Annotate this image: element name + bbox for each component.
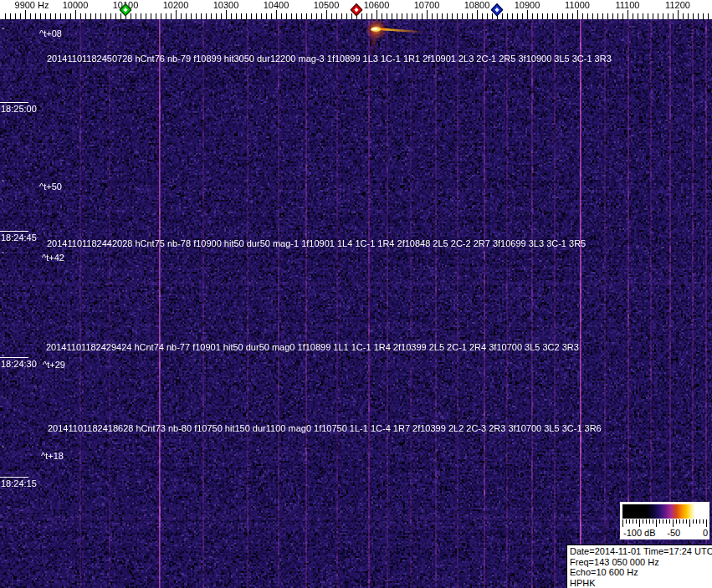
- ruler-tick: [663, 13, 663, 19]
- ruler-tick: [612, 13, 613, 19]
- ruler-tick: [452, 13, 453, 19]
- ruler-tick: [688, 13, 689, 19]
- time-axis-tick: [0, 477, 28, 478]
- ruler-tick: [115, 13, 116, 19]
- ruler-tick: [658, 13, 658, 19]
- ruler-tick: [432, 13, 433, 19]
- colorbar-tick: [622, 519, 623, 527]
- time-axis-tick: [0, 102, 28, 103]
- colorbar-tick: [703, 519, 704, 524]
- frequency-scale-label: 11100: [616, 0, 640, 10]
- ruler-tick: [653, 13, 653, 19]
- time-label: 18:24:15: [1, 479, 37, 488]
- ruler-tick: [70, 13, 71, 19]
- ruler-tick: [176, 10, 177, 19]
- ruler-tick: [668, 13, 668, 19]
- status-info-box: Date=2014-11-01 Time=17:24 UTC Freq=143 …: [566, 545, 712, 588]
- ruler-tick: [251, 13, 252, 19]
- ruler-tick: [196, 13, 197, 19]
- colorbar-tick: [689, 519, 690, 527]
- detection-info-line: 20141101182429424 hCnt74 nb-77 f10901 hi…: [46, 343, 579, 352]
- edge-tick: `: [2, 445, 5, 455]
- ruler-tick: [5, 13, 6, 19]
- frequency-scale-label: 10600: [364, 0, 390, 10]
- ruler-tick: [683, 13, 684, 19]
- ruler-tick: [296, 13, 297, 19]
- ruler-tick: [387, 13, 387, 19]
- ruler-tick: [627, 10, 628, 19]
- ruler-tick: [161, 13, 161, 19]
- ruler-tick: [547, 13, 548, 19]
- ruler-tick: [402, 13, 402, 19]
- colorbar-tick: [659, 519, 660, 524]
- ruler-tick: [708, 13, 709, 19]
- edge-tick: `: [2, 251, 5, 261]
- frequency-scale-label: 10900: [515, 0, 540, 10]
- ruler-tick: [186, 13, 187, 19]
- colorbar-tick: [669, 519, 670, 524]
- ruler-tick: [592, 13, 593, 19]
- ruler-tick: [392, 13, 392, 19]
- info-freq-line: Freq=143 050 000 Hz: [570, 557, 712, 568]
- marker-diamond-blue-icon[interactable]: [491, 3, 504, 20]
- frequency-ruler[interactable]: 9900 Hz100001010010200103001040010500106…: [0, 0, 712, 19]
- event-time-offset-label: ^t+50: [39, 182, 62, 192]
- colorbar-tick: [679, 519, 680, 524]
- ruler-tick: [336, 13, 337, 19]
- intensity-colorbar: -100 dB -50 0: [620, 502, 709, 539]
- ruler-tick: [643, 13, 643, 19]
- event-time-offset-label: ^t+08: [39, 29, 62, 38]
- ruler-tick: [552, 13, 553, 19]
- ruler-tick: [110, 13, 111, 19]
- time-label: 18:25:00: [1, 105, 37, 114]
- colorbar-tick: [626, 519, 627, 524]
- ruler-tick: [562, 13, 563, 19]
- ruler-tick: [316, 13, 317, 19]
- ruler-tick: [607, 13, 608, 19]
- spectrogram-window: 9900 Hz100001010010200103001040010500106…: [0, 0, 712, 588]
- waterfall-display[interactable]: [0, 19, 712, 588]
- ruler-tick: [517, 13, 518, 19]
- ruler-tick: [376, 10, 377, 19]
- ruler-tick: [442, 13, 443, 19]
- info-echo-line: Echo=10 600 Hz: [570, 567, 712, 578]
- info-date-line: Date=2014-11-01 Time=17:24 UTC: [570, 546, 712, 557]
- colorbar-tick: [636, 519, 637, 524]
- colorbar-tick: [666, 519, 667, 524]
- colorbar-gradient: [622, 504, 707, 519]
- frequency-scale-label: 9900 Hz: [15, 0, 49, 10]
- ruler-tick: [522, 13, 523, 19]
- marker-diamond-red-icon[interactable]: [351, 3, 363, 20]
- marker-diamond-green-icon[interactable]: [120, 3, 132, 20]
- detection-info-line: 20141101182418628 hCnt73 nb-80 f10750 hi…: [48, 424, 602, 433]
- ruler-tick: [366, 13, 367, 19]
- ruler-tick: [151, 13, 151, 19]
- ruler-tick: [602, 13, 603, 19]
- ruler-tick: [281, 13, 282, 19]
- edge-tick: `: [2, 179, 5, 189]
- ruler-tick: [226, 10, 227, 19]
- ruler-tick: [291, 13, 292, 19]
- ruler-tick: [146, 13, 146, 19]
- ruler-tick: [191, 13, 192, 19]
- ruler-tick: [65, 13, 66, 19]
- ruler-tick: [648, 13, 648, 19]
- ruler-tick: [427, 10, 428, 19]
- ruler-tick: [25, 10, 26, 19]
- ruler-tick: [50, 13, 51, 19]
- ruler-tick: [437, 13, 438, 19]
- colorbar-tick: [639, 519, 640, 527]
- colorbar-tick: [696, 519, 697, 524]
- colorbar-tick: [629, 519, 630, 524]
- frequency-scale-label: 11000: [565, 0, 590, 10]
- ruler-tick: [326, 10, 327, 19]
- ruler-tick: [201, 13, 202, 19]
- edge-tick: `: [2, 27, 5, 37]
- frequency-scale-label: 10800: [464, 0, 490, 10]
- ruler-tick: [60, 13, 61, 19]
- event-time-offset-label: ^t+42: [42, 253, 64, 263]
- edge-tick: `: [2, 354, 5, 364]
- ruler-tick: [246, 13, 247, 19]
- ruler-tick: [567, 13, 568, 19]
- ruler-tick: [306, 13, 307, 19]
